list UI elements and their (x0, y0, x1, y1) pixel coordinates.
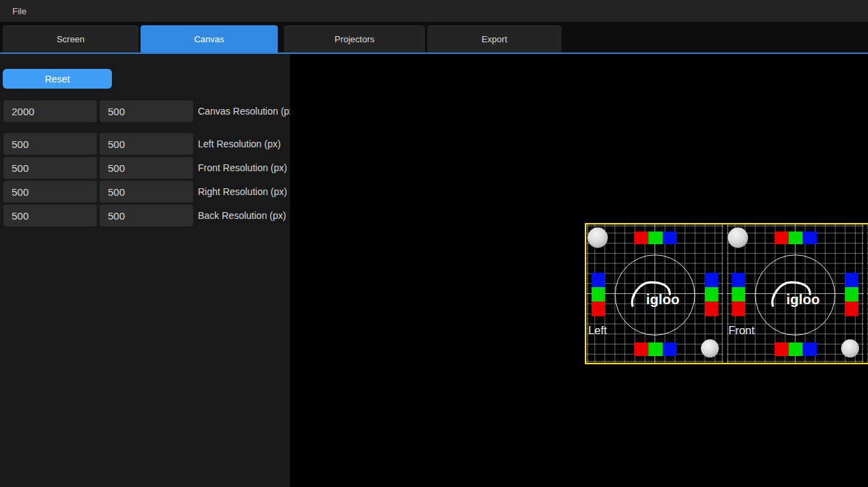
canvas-resolution-row: Canvas Resolution (px) (0, 100, 290, 122)
rgb-bar-top (663, 231, 677, 244)
canvas-height-input[interactable] (100, 100, 193, 122)
rgb-bar-top (648, 231, 663, 244)
rgb-bar-top (789, 231, 803, 244)
tab-canvas[interactable]: Canvas (141, 25, 278, 53)
rgb-bar-bottom (775, 342, 789, 356)
rgb-stack-right (705, 287, 719, 301)
front-width-input[interactable] (3, 157, 97, 179)
rgb-stack-right (705, 273, 719, 287)
section-label: Left (588, 324, 607, 336)
menubar: File (0, 0, 868, 22)
tabbar: ExportProjectorsCanvasScreen (0, 22, 868, 54)
tab-screen[interactable]: Screen (3, 25, 139, 53)
left-width-input[interactable] (3, 133, 97, 155)
rgb-bar-bottom (634, 342, 648, 356)
sidebar: Reset Canvas Resolution (px)Left Resolut… (0, 54, 290, 487)
rgb-stack-right (845, 287, 858, 301)
rgb-stack-left (592, 287, 605, 301)
back-resolution-row: Back Resolution (px) (0, 205, 290, 226)
file-menu[interactable]: File (0, 0, 39, 22)
canvas-preview-svg: iglooLeftiglooFrontiglooRightiglooBack (585, 223, 868, 364)
reset-button[interactable]: Reset (3, 69, 112, 89)
rgb-stack-right (845, 273, 858, 287)
canvas-width-input[interactable] (3, 100, 97, 122)
right-height-input[interactable] (100, 181, 193, 203)
rgb-stack-left (592, 273, 605, 287)
back-width-input[interactable] (3, 205, 97, 226)
tab-projectors[interactable]: Projectors (284, 25, 425, 53)
front-resolution-row: Front Resolution (px) (0, 157, 290, 179)
front-height-input[interactable] (100, 157, 193, 179)
rgb-stack-right (845, 301, 858, 316)
rgb-stack-left (592, 301, 605, 316)
section-front: iglooFront (727, 224, 864, 363)
front-resolution-label: Front Resolution (px) (198, 157, 287, 179)
right-resolution-label: Right Resolution (px) (198, 181, 287, 203)
sphere-bottom-right (841, 340, 859, 357)
rgb-bar-bottom (648, 342, 663, 356)
rgb-stack-left (732, 273, 745, 287)
right-resolution-row: Right Resolution (px) (0, 181, 290, 203)
back-resolution-label: Back Resolution (px) (198, 205, 286, 226)
rgb-bar-top (634, 231, 648, 244)
app-window: File ExportProjectorsCanvasScreen Reset … (0, 0, 868, 487)
rgb-bar-bottom (789, 342, 803, 356)
section-label: Front (728, 324, 755, 336)
canvas-preview-area: iglooLeftiglooFrontiglooRightiglooBack (290, 54, 868, 487)
sphere-top-left (728, 228, 749, 248)
rgb-bar-bottom (803, 342, 818, 356)
rgb-bar-bottom (663, 342, 677, 356)
section-left: iglooLeft (586, 224, 723, 363)
left-resolution-row: Left Resolution (px) (0, 133, 290, 155)
sphere-top-left (588, 228, 608, 248)
right-width-input[interactable] (3, 181, 97, 203)
rgb-bar-top (803, 231, 818, 244)
tab-export[interactable]: Export (427, 25, 562, 53)
rgb-bar-top (775, 231, 789, 244)
igloo-logo-text: igloo (786, 291, 820, 307)
rgb-stack-right (705, 301, 719, 316)
rgb-stack-left (732, 301, 745, 316)
rgb-stack-left (732, 287, 745, 301)
sphere-bottom-right (701, 340, 719, 357)
back-height-input[interactable] (100, 205, 193, 226)
canvas-resolution-label: Canvas Resolution (px) (198, 100, 298, 122)
igloo-logo-text: igloo (646, 291, 680, 307)
left-height-input[interactable] (100, 133, 193, 155)
left-resolution-label: Left Resolution (px) (198, 133, 280, 155)
